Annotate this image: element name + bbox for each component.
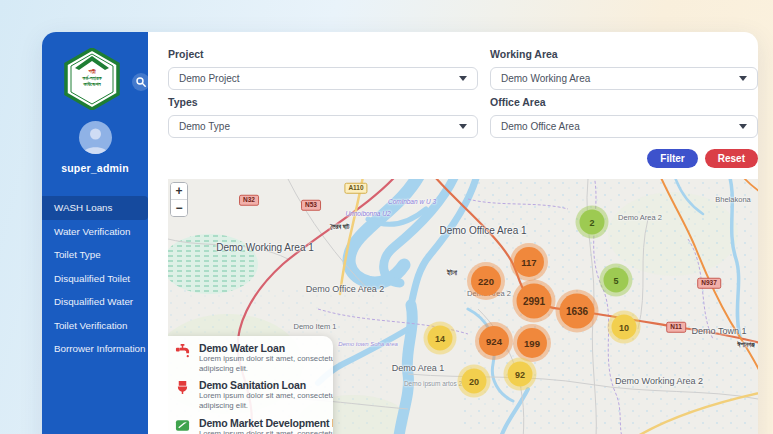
app-card: পল্লী কর্ম-সহায়ক ফাউন্ডেশন super_admin … (42, 32, 758, 434)
org-logo: পল্লী কর্ম-সহায়ক ফাউন্ডেশন (63, 48, 121, 110)
project-selected-value: Demo Project (179, 73, 459, 84)
types-selected-value: Demo Type (179, 121, 459, 132)
user-icon (79, 124, 112, 154)
logo-line-3: ফাউন্ডেশন (63, 81, 121, 87)
legend-item-description: Lorem ipsum dolor sit amet, consectetur … (199, 391, 333, 410)
office-area-label: Office Area (490, 96, 758, 108)
legend-item-title: Demo Sanitation Loan (199, 379, 333, 391)
legend-item-description: Lorem ipsum dolor sit amet, consectetur … (199, 354, 333, 373)
map-cluster-marker[interactable]: 1636 (560, 294, 595, 329)
map-cluster-marker[interactable]: 117 (514, 247, 544, 277)
filters-panel: ProjectDemo ProjectWorking AreaDemo Work… (168, 48, 758, 138)
road-badge-n53: N53 (301, 200, 321, 211)
legend-item: Demo Water LoanLorem ipsum dolor sit ame… (175, 342, 333, 373)
field-project: ProjectDemo Project (168, 48, 478, 90)
project-select[interactable]: Demo Project (168, 67, 478, 90)
sidebar-item-disqualified-toilet[interactable]: Disqualified Toilet (42, 267, 148, 291)
map-cluster-marker[interactable]: 5 (604, 268, 629, 293)
search-icon (136, 77, 146, 87)
field-working-area: Working AreaDemo Working Area (490, 48, 758, 90)
filter-actions: Filter Reset (168, 149, 758, 168)
zoom-out-button[interactable]: − (171, 200, 187, 216)
working-area-select[interactable]: Demo Working Area (490, 67, 758, 90)
map-container[interactable]: Demo Working Area 1Demo Office Area 1Dem… (168, 179, 758, 434)
sidebar-item-borrower-information[interactable]: Borrower Information (42, 337, 148, 361)
field-office-area: Office AreaDemo Office Area (490, 96, 758, 138)
project-label: Project (168, 48, 478, 60)
office-area-select[interactable]: Demo Office Area (490, 115, 758, 138)
legend-item-title: Demo Market Development Loan (199, 417, 333, 429)
working-area-selected-value: Demo Working Area (501, 73, 739, 84)
map-cluster-marker[interactable]: 2 (580, 210, 605, 235)
map-cluster-marker[interactable]: 220 (471, 266, 501, 296)
chevron-down-icon (459, 124, 467, 129)
types-label: Types (168, 96, 478, 108)
map-cluster-marker[interactable]: 14 (428, 326, 453, 351)
chevron-down-icon (459, 76, 467, 81)
market-icon (175, 417, 191, 434)
org-logo-text: পল্লী কর্ম-সহায়ক ফাউন্ডেশন (63, 68, 121, 88)
field-types: TypesDemo Type (168, 96, 478, 138)
map-zoom-control: + − (170, 182, 188, 217)
map-cluster-marker[interactable]: 924 (479, 326, 509, 356)
sidebar-item-wash-loans[interactable]: WASH Loans (42, 196, 148, 220)
sidebar-item-toilet-verification[interactable]: Toilet Verification (42, 314, 148, 338)
sidebar-menu: WASH LoansWater VerificationToilet TypeD… (42, 196, 148, 361)
types-select[interactable]: Demo Type (168, 115, 478, 138)
sidebar-item-water-verification[interactable]: Water Verification (42, 220, 148, 244)
map-cluster-marker[interactable]: 92 (508, 362, 533, 387)
legend-item-description: Lorem ipsum dolor sit amet, consectetur … (199, 429, 333, 434)
map-cluster-marker[interactable]: 20 (462, 369, 487, 394)
map-cluster-marker[interactable]: 2991 (517, 284, 552, 319)
legend-item: Demo Market Development LoanLorem ipsum … (175, 417, 333, 434)
chevron-down-icon (739, 76, 747, 81)
legend-item: Demo Sanitation LoanLorem ipsum dolor si… (175, 379, 333, 410)
logo-line-1: পল্লী (63, 68, 121, 75)
filter-button[interactable]: Filter (647, 149, 697, 168)
working-area-label: Working Area (490, 48, 758, 60)
road-badge-a110: A110 (344, 183, 367, 194)
main-content: ProjectDemo ProjectWorking AreaDemo Work… (148, 32, 759, 434)
chevron-down-icon (739, 124, 747, 129)
map-cluster-marker[interactable]: 199 (517, 328, 547, 358)
road-badge-n937: N937 (697, 278, 721, 289)
road-badge-n11: N11 (666, 322, 686, 333)
map-cluster-marker[interactable]: 10 (612, 315, 637, 340)
map-legend: Demo Water LoanLorem ipsum dolor sit ame… (168, 336, 333, 434)
faucet-icon (175, 342, 191, 373)
avatar[interactable] (79, 121, 112, 154)
legend-item-title: Demo Water Loan (199, 342, 333, 354)
sidebar-item-disqualified-water[interactable]: Disqualified Water (42, 290, 148, 314)
road-badge-n32: N32 (239, 195, 259, 206)
sidebar-item-toilet-type[interactable]: Toilet Type (42, 243, 148, 267)
username: super_admin (42, 162, 148, 174)
toilet-icon (175, 379, 191, 410)
sidebar: পল্লী কর্ম-সহায়ক ফাউন্ডেশন super_admin … (42, 32, 148, 434)
office-area-selected-value: Demo Office Area (501, 121, 739, 132)
reset-button[interactable]: Reset (705, 149, 758, 168)
zoom-in-button[interactable]: + (171, 183, 187, 199)
